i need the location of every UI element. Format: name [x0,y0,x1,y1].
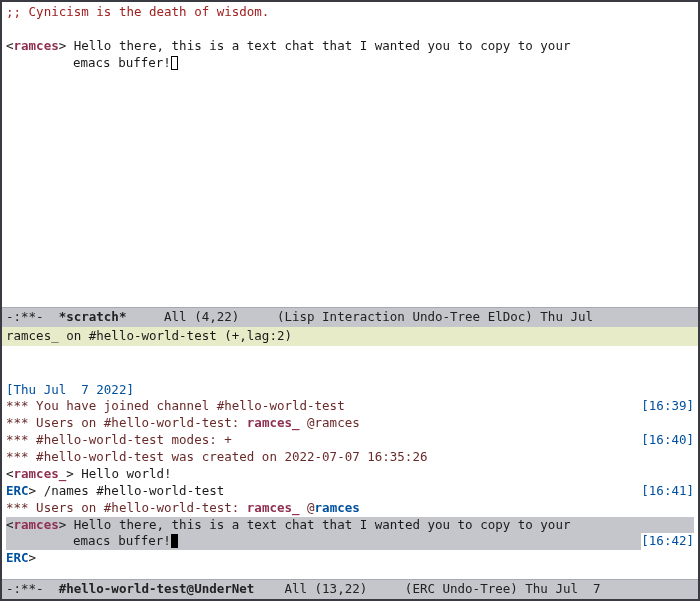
erc-hello-nick: ramces_ [14,466,67,481]
erc-join-time: [16:39] [641,398,694,415]
modeline-top-prefix: -:**- [6,309,59,324]
modeline-bot-buffer: #hello-world-test@UnderNet [59,581,255,596]
scratch-msg-l1: Hello there, this is a text chat that I … [74,38,571,53]
erc-user2: @ramces [307,415,360,430]
scratch-comment: ;; Cynicism is the death of wisdom. [6,4,269,19]
nick-open: < [6,38,14,53]
erc-buffer[interactable]: [Thu Jul 7 2022]*** You have joined chan… [2,346,698,579]
erc-users2-prefix: *** Users on #hello-world-test: [6,500,247,515]
erc-users-prefix: *** Users on #hello-world-test: [6,415,247,430]
erc-modes-msg: *** #hello-world-test modes: + [6,432,232,447]
erc-hi-time: [16:42] [641,533,694,550]
scratch-msg-l2-wrap: emacs buffer! [6,55,178,70]
erc-hi-l1: Hello there, this is a text chat that I … [74,517,571,532]
modeline-scratch[interactable]: -:**- *scratch* All (4,22) (Lisp Interac… [2,307,698,327]
erc-u2-user2: ramces [315,500,360,515]
erc-highlight-l2: emacs buffer![16:42] [6,533,694,550]
erc-highlight-l1: <ramces> Hello there, this is a text cha… [6,517,694,534]
erc-names-cmd: /names #hello-world-test [44,483,225,498]
nick-close: > [59,38,67,53]
scratch-nick: ramces [14,38,59,53]
modeline-bot-prefix: -:**- [6,581,59,596]
erc-prompt-label1: ERC [6,483,29,498]
scratch-cursor [171,56,178,70]
scratch-buffer[interactable]: ;; Cynicism is the death of wisdom. <ram… [2,2,698,307]
channel-header-text: ramces_ on #hello-world-test (+,lag:2) [6,328,292,343]
erc-hi-l2: emacs buffer! [73,533,171,548]
erc-user1: ramces_ [247,415,300,430]
modeline-top-buffer: *scratch* [59,309,127,324]
erc-prompt-label2: ERC [6,550,29,565]
erc-channel-header: ramces_ on #hello-world-test (+,lag:2) [2,327,698,346]
erc-hello-msg: Hello world! [81,466,171,481]
erc-join-msg: *** You have joined channel #hello-world… [6,398,345,413]
emacs-frame: ;; Cynicism is the death of wisdom. <ram… [0,0,700,601]
erc-hi-nick: ramces [14,517,59,532]
modeline-erc[interactable]: -:**- #hello-world-test@UnderNet All (13… [2,579,698,599]
scratch-msg-l2: emacs buffer! [73,55,171,70]
erc-date: [Thu Jul 7 2022] [6,382,134,397]
erc-names-time: [16:41] [641,483,694,500]
erc-cursor [171,534,178,548]
erc-created-msg: *** #hello-world-test was created on 202… [6,449,427,464]
modeline-top-mid: All (4,22) (Lisp Interaction Undo-Tree E… [126,309,593,324]
erc-u2-user1: ramces_ [247,500,300,515]
modeline-bot-mid: All (13,22) (ERC Undo-Tree) Thu Jul 7 [254,581,608,596]
erc-modes-time: [16:40] [641,432,694,449]
